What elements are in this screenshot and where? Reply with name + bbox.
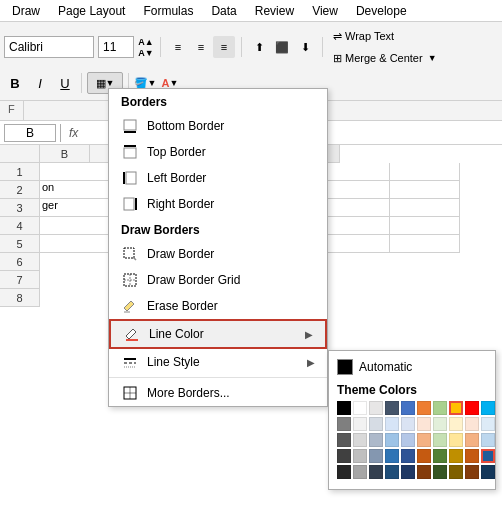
increase-font-btn[interactable]: A▲ [138,36,154,47]
row-header-2[interactable]: 2 [0,181,40,199]
cell-b1[interactable] [40,163,110,181]
name-box[interactable] [4,124,56,142]
color-swatch-1-2[interactable] [369,417,383,431]
cell-h3[interactable] [390,199,460,217]
cell-b5[interactable] [40,235,110,253]
align-left-btn[interactable]: ≡ [167,36,189,58]
top-border-item[interactable]: Top Border [109,139,327,165]
cell-b4[interactable] [40,217,110,235]
color-swatch-3-9[interactable] [481,449,495,463]
row-header-6[interactable]: 6 [0,253,40,271]
menu-data[interactable]: Data [203,2,244,20]
cell-g3[interactable] [320,199,390,217]
color-swatch-4-3[interactable] [385,465,399,479]
color-swatch-3-0[interactable] [337,449,351,463]
cell-g1[interactable] [320,163,390,181]
color-swatch-0-0[interactable] [337,401,351,415]
row-header-5[interactable]: 5 [0,235,40,253]
menu-formulas[interactable]: Formulas [135,2,201,20]
left-border-item[interactable]: Left Border [109,165,327,191]
merge-center-btn[interactable]: ⊞ Merge & Center ▼ [329,48,441,68]
row-header-8[interactable]: 8 [0,289,40,307]
color-swatch-3-6[interactable] [433,449,447,463]
color-swatch-0-1[interactable] [353,401,367,415]
color-swatch-1-0[interactable] [337,417,351,431]
decrease-font-btn[interactable]: A▼ [138,47,154,58]
menu-developer[interactable]: Develope [348,2,415,20]
color-swatch-1-5[interactable] [417,417,431,431]
cell-h5[interactable] [390,235,460,253]
cell-b3[interactable]: ger [40,199,110,217]
align-bottom-btn[interactable]: ⬇ [294,36,316,58]
italic-btn[interactable]: I [29,72,51,94]
color-swatch-3-7[interactable] [449,449,463,463]
font-size-input[interactable] [98,36,134,58]
color-swatch-4-0[interactable] [337,465,351,479]
color-swatch-3-5[interactable] [417,449,431,463]
align-center-btn[interactable]: ≡ [190,36,212,58]
color-swatch-3-3[interactable] [385,449,399,463]
line-color-item[interactable]: Line Color ▶ [109,319,327,349]
bottom-border-item[interactable]: Bottom Border [109,113,327,139]
color-swatch-0-9[interactable] [481,401,495,415]
cell-g2[interactable] [320,181,390,199]
cell-h1[interactable] [390,163,460,181]
color-swatch-1-9[interactable] [481,417,495,431]
underline-btn[interactable]: U [54,72,76,94]
align-top-btn[interactable]: ⬆ [248,36,270,58]
cell-b2[interactable]: on [40,181,110,199]
wrap-text-btn[interactable]: ⇌ Wrap Text [329,26,441,46]
cell-h2[interactable] [390,181,460,199]
color-swatch-2-1[interactable] [353,433,367,447]
color-swatch-2-4[interactable] [401,433,415,447]
erase-border-item[interactable]: Erase Border [109,293,327,319]
color-swatch-0-2[interactable] [369,401,383,415]
color-swatch-4-7[interactable] [449,465,463,479]
color-swatch-3-8[interactable] [465,449,479,463]
color-swatch-4-2[interactable] [369,465,383,479]
color-swatch-3-2[interactable] [369,449,383,463]
color-swatch-1-8[interactable] [465,417,479,431]
menu-view[interactable]: View [304,2,346,20]
color-swatch-2-0[interactable] [337,433,351,447]
cell-h4[interactable] [390,217,460,235]
color-swatch-2-7[interactable] [449,433,463,447]
color-swatch-1-7[interactable] [449,417,463,431]
color-swatch-4-5[interactable] [417,465,431,479]
font-name-input[interactable] [4,36,94,58]
row-header-1[interactable]: 1 [0,163,40,181]
color-swatch-4-9[interactable] [481,465,495,479]
color-swatch-2-6[interactable] [433,433,447,447]
color-swatch-0-8[interactable] [465,401,479,415]
color-swatch-1-3[interactable] [385,417,399,431]
color-swatch-2-2[interactable] [369,433,383,447]
draw-border-grid-item[interactable]: Draw Border Grid [109,267,327,293]
color-swatch-2-5[interactable] [417,433,431,447]
bold-btn[interactable]: B [4,72,26,94]
color-swatch-2-3[interactable] [385,433,399,447]
color-swatch-1-4[interactable] [401,417,415,431]
row-header-3[interactable]: 3 [0,199,40,217]
color-swatch-0-4[interactable] [401,401,415,415]
color-swatch-0-3[interactable] [385,401,399,415]
align-right-btn[interactable]: ≡ [213,36,235,58]
menu-draw[interactable]: Draw [4,2,48,20]
color-swatch-0-6[interactable] [433,401,447,415]
row-header-7[interactable]: 7 [0,271,40,289]
color-swatch-4-1[interactable] [353,465,367,479]
color-swatch-3-4[interactable] [401,449,415,463]
cell-g4[interactable] [320,217,390,235]
color-swatch-2-9[interactable] [481,433,495,447]
color-swatch-3-1[interactable] [353,449,367,463]
align-mid-btn[interactable]: ⬛ [271,36,293,58]
color-swatch-4-4[interactable] [401,465,415,479]
line-style-item[interactable]: Line Style ▶ [109,349,327,375]
color-swatch-0-7[interactable] [449,401,463,415]
draw-border-item[interactable]: Draw Border [109,241,327,267]
color-swatch-0-5[interactable] [417,401,431,415]
menu-review[interactable]: Review [247,2,302,20]
automatic-row[interactable]: Automatic [337,359,487,375]
color-swatch-2-8[interactable] [465,433,479,447]
right-border-item[interactable]: Right Border [109,191,327,217]
color-swatch-1-1[interactable] [353,417,367,431]
